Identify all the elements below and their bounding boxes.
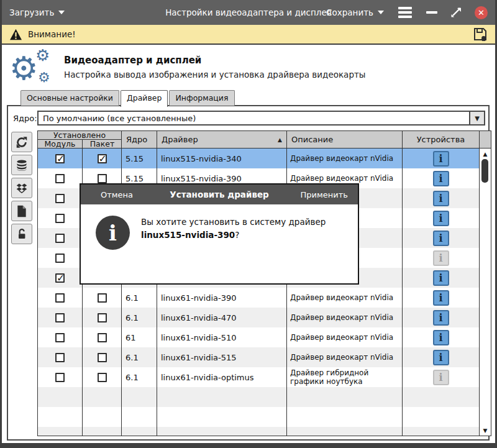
table-row[interactable]: 6.1linux61-nvidia-470Драйвер видеокарт n… <box>38 308 479 327</box>
tab-bar: Основные настройки Драйвер Информация <box>2 89 495 106</box>
tab-driver[interactable]: Драйвер <box>121 90 168 107</box>
hamburger-menu-icon[interactable] <box>396 5 414 20</box>
checkbox[interactable] <box>98 353 107 362</box>
cell-description: Драйвер видеокарт nVidia <box>287 347 403 367</box>
table-row[interactable]: 6.1linux61-nvidia-390Драйвер видеокарт n… <box>38 288 479 308</box>
device-info-button[interactable]: i <box>433 151 449 167</box>
tab-basic-settings[interactable]: Основные настройки <box>21 90 119 106</box>
scrollbar-thumb[interactable] <box>481 159 488 183</box>
refresh-icon <box>15 135 29 149</box>
packages-button[interactable] <box>11 178 32 198</box>
apply-button[interactable]: Применить <box>301 190 348 199</box>
device-info-button[interactable]: i <box>433 350 449 365</box>
scroll-down-icon[interactable]: ▼ <box>480 426 491 435</box>
warning-label: Внимание! <box>28 29 76 39</box>
cell-kernel: 6.1 <box>122 367 157 387</box>
checkbox[interactable] <box>55 373 65 382</box>
checkbox[interactable] <box>55 174 65 183</box>
minimize-button[interactable] <box>426 11 437 14</box>
file-button[interactable] <box>11 201 32 221</box>
kernel-select[interactable]: По умолчанию (все установленные) ▼ <box>37 111 485 126</box>
cell-driver: linux61-nvidia-515 <box>157 347 287 367</box>
cell-devices: i <box>403 208 479 228</box>
table-row[interactable]: 6.1linux61-nvidia-optimusДрайвер гибридн… <box>38 367 479 387</box>
cell-driver: linux61-nvidia-470 <box>157 308 287 327</box>
checkbox[interactable] <box>98 174 107 183</box>
checkbox[interactable] <box>55 273 65 283</box>
tab-information[interactable]: Информация <box>169 90 234 106</box>
chevron-down-icon <box>58 11 65 14</box>
cell-package <box>83 367 122 387</box>
load-menu-label: Загрузить <box>9 7 54 17</box>
cell-module <box>38 248 83 268</box>
checkbox[interactable] <box>98 313 107 322</box>
column-header-driver[interactable]: Драйвер ▲ <box>157 131 287 148</box>
cell-module <box>38 327 83 347</box>
device-info-button[interactable]: i <box>433 211 449 226</box>
checkbox[interactable] <box>55 234 65 243</box>
cell-module <box>38 228 83 248</box>
table-header: Установлено Модуль Пакет Ядро Драйвер ▲ … <box>38 131 491 149</box>
checkbox[interactable] <box>55 353 65 362</box>
table-row[interactable]: 5.15linux515-nvidia-340Драйвер видеокарт… <box>38 149 479 168</box>
checkbox[interactable] <box>98 373 107 382</box>
checkbox[interactable] <box>55 154 65 163</box>
cell-package <box>83 288 122 308</box>
column-header-devices[interactable]: Устройства <box>403 131 480 148</box>
save-file-icon[interactable] <box>473 27 488 42</box>
cell-description: Драйвер видеокарт nVidia <box>287 288 403 308</box>
database-button[interactable] <box>11 155 32 175</box>
combo-dropdown-icon[interactable]: ▼ <box>469 112 484 124</box>
column-header-package[interactable]: Пакет <box>83 140 122 148</box>
cell-module <box>38 208 83 228</box>
chevron-down-icon <box>378 11 384 14</box>
checkbox[interactable] <box>55 313 65 322</box>
cell-devices: i <box>403 168 479 188</box>
app-window: Настройки видеоадаптера и дисплея Загруз… <box>0 0 497 448</box>
cell-package <box>83 327 122 347</box>
scroll-up-icon[interactable]: ▲ <box>480 149 491 158</box>
checkbox[interactable] <box>55 333 65 342</box>
titlebar: Настройки видеоадаптера и дисплея Загруз… <box>2 0 495 25</box>
file-icon <box>16 205 27 217</box>
device-info-button: i <box>433 370 449 385</box>
cell-module <box>38 288 83 308</box>
vertical-scrollbar[interactable]: ▲ ▼ <box>479 149 491 436</box>
sort-asc-icon: ▲ <box>278 137 282 143</box>
column-header-kernel[interactable]: Ядро <box>122 131 157 148</box>
checkbox[interactable] <box>98 154 107 163</box>
device-info-button[interactable]: i <box>433 191 449 206</box>
cancel-button[interactable]: Отмена <box>101 190 133 199</box>
cell-module <box>38 308 83 327</box>
checkbox[interactable] <box>55 254 65 263</box>
empty-row <box>38 427 479 436</box>
table-row[interactable]: 6.1linux61-nvidia-515Драйвер видеокарт n… <box>38 347 479 367</box>
checkbox[interactable] <box>55 194 65 203</box>
column-header-installed[interactable]: Установлено <box>38 131 121 140</box>
save-menu-button[interactable]: Сохранить <box>326 7 384 17</box>
device-info-button[interactable]: i <box>433 171 449 186</box>
device-info-button[interactable]: i <box>433 290 449 306</box>
kernel-label: Ядро: <box>13 114 37 123</box>
checkbox[interactable] <box>55 293 65 303</box>
device-info-button[interactable]: i <box>433 270 449 286</box>
column-header-description[interactable]: Описание <box>287 131 403 148</box>
warning-bar: Внимание! <box>2 25 495 45</box>
save-menu-label: Сохранить <box>326 7 373 17</box>
close-button[interactable]: ✕ <box>475 6 488 19</box>
maximize-icon[interactable] <box>450 6 462 19</box>
cell-devices: i <box>403 248 479 268</box>
load-menu-button[interactable]: Загрузить <box>9 7 65 17</box>
checkbox[interactable] <box>98 333 107 342</box>
device-info-button[interactable]: i <box>433 310 449 326</box>
table-row[interactable]: 61linux61-nvidia-510Драйвер видеокарт nV… <box>38 327 479 347</box>
device-info-button[interactable]: i <box>433 330 449 345</box>
checkbox[interactable] <box>55 214 65 223</box>
device-info-button[interactable]: i <box>433 231 449 246</box>
checkbox[interactable] <box>98 293 107 303</box>
database-icon <box>16 159 28 171</box>
unlock-button[interactable] <box>11 224 32 244</box>
refresh-button[interactable] <box>11 132 32 152</box>
cell-package <box>83 308 122 327</box>
column-header-module[interactable]: Модуль <box>38 140 83 148</box>
